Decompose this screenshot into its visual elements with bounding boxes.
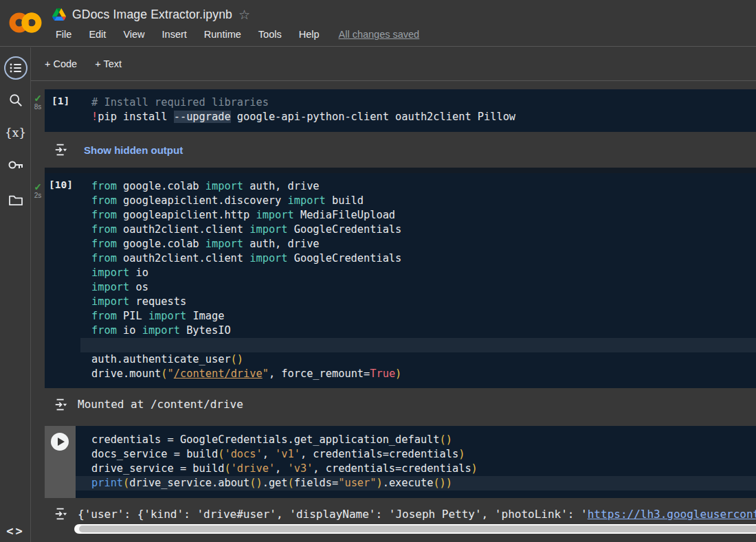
code-cell-3: credentials = GoogleCredentials.get_appl… <box>45 426 756 498</box>
output-icon[interactable] <box>54 506 69 521</box>
output-icon[interactable] <box>54 142 69 157</box>
output-text-segment: Mounted at /content/drive <box>78 398 243 411</box>
code-line[interactable]: from googleapiclient.http import MediaFi… <box>80 208 756 223</box>
output-text: {'user': {'kind': 'drive#user', 'display… <box>78 508 756 521</box>
success-check-icon: ✓ <box>31 182 45 192</box>
code-cell-1[interactable]: [1] # Install required libraries!pip ins… <box>45 89 756 132</box>
menu-item-view[interactable]: View <box>120 27 148 41</box>
output-text: Mounted at /content/drive <box>78 398 243 411</box>
code-line[interactable]: from google.colab import auth, drive <box>80 237 756 251</box>
menu-item-tools[interactable]: Tools <box>255 27 285 41</box>
code-cell-2[interactable]: [10] from google.colab import auth, driv… <box>45 173 756 388</box>
output-text-segment: {'user': {'kind': 'drive#user', 'display… <box>78 508 588 521</box>
menu-item-runtime[interactable]: Runtime <box>201 27 245 41</box>
header: GDocs Image Extractor.ipynb ☆ FileEditVi… <box>0 0 756 47</box>
code-line[interactable]: from googleapiclient.discovery import bu… <box>80 194 756 208</box>
code-line[interactable]: drive_service = build('drive', 'v3', cre… <box>76 462 756 476</box>
add-code-button[interactable]: + Code <box>45 58 77 69</box>
code-line[interactable]: import io <box>80 266 756 280</box>
menu-item-help[interactable]: Help <box>296 27 323 41</box>
code-line[interactable]: from oauth2client.client import GoogleCr… <box>80 223 756 237</box>
code-line[interactable] <box>80 338 756 352</box>
menu-item-insert[interactable]: Insert <box>159 27 190 41</box>
code-line[interactable]: auth.authenticate_user() <box>80 352 756 367</box>
secrets-key-icon[interactable] <box>0 159 31 170</box>
notebook-area: + Code + Text ✓ 8s [1] # Install require… <box>31 47 756 542</box>
cell2-output: Mounted at /content/drive <box>45 388 756 420</box>
code-line[interactable]: credentials = GoogleCredentials.get_appl… <box>76 433 756 447</box>
horizontal-scrollbar <box>74 524 756 534</box>
menubar: FileEditViewInsertRuntimeToolsHelp All c… <box>52 27 419 41</box>
star-icon[interactable]: ☆ <box>238 8 250 21</box>
variables-icon[interactable]: {x} <box>0 126 31 139</box>
menu-item-file[interactable]: File <box>52 27 75 41</box>
execution-count: [1] <box>52 95 69 106</box>
search-icon[interactable] <box>0 93 31 108</box>
cell2-duration: 2s <box>31 192 45 200</box>
save-status[interactable]: All changes saved <box>339 29 420 40</box>
output-link[interactable]: https://lh3.googleusercontent <box>588 508 756 521</box>
code-line[interactable]: docs_service = build('docs', 'v1', crede… <box>76 447 756 462</box>
code-line[interactable]: from PIL import Image <box>80 309 756 324</box>
colab-app: GDocs Image Extractor.ipynb ☆ FileEditVi… <box>0 0 756 542</box>
success-check-icon: ✓ <box>31 93 45 103</box>
cell1-duration: 8s <box>31 103 45 111</box>
code-line[interactable]: # Install required libraries <box>80 95 756 110</box>
menu-item-edit[interactable]: Edit <box>85 27 109 41</box>
cell1-output: Show hidden output <box>45 132 756 168</box>
colab-logo-icon[interactable] <box>8 11 43 34</box>
files-folder-icon[interactable] <box>0 194 31 206</box>
code-line[interactable]: import requests <box>80 295 756 309</box>
code-line[interactable]: import os <box>80 280 756 295</box>
code-line[interactable]: !pip install --upgrade google-api-python… <box>80 110 756 124</box>
drive-icon <box>52 8 66 21</box>
code-line[interactable]: print(drive_service.about().get(fields="… <box>76 476 756 490</box>
horizontal-scrollbar-thumb[interactable] <box>79 526 756 532</box>
cell-divider <box>45 168 756 173</box>
cell2-status: ✓ 2s <box>31 182 45 200</box>
execution-count: [10] <box>49 179 73 190</box>
notebook-title[interactable]: GDocs Image Extractor.ipynb <box>72 8 232 22</box>
sidebar: {x} <> <box>0 47 31 542</box>
code-line[interactable]: from google.colab import auth, drive <box>80 179 756 194</box>
code-line[interactable]: from io import BytesIO <box>80 324 756 338</box>
add-text-button[interactable]: + Text <box>95 58 122 69</box>
output-icon[interactable] <box>54 397 69 412</box>
run-cell-button[interactable] <box>51 433 69 451</box>
table-of-contents-icon[interactable] <box>0 56 31 80</box>
show-hidden-output-link[interactable]: Show hidden output <box>84 144 183 156</box>
code-line[interactable]: drive.mount("/content/drive", force_remo… <box>80 367 756 381</box>
cell3-editor[interactable]: credentials = GoogleCredentials.get_appl… <box>76 426 756 498</box>
cell3-gutter <box>45 426 76 498</box>
cell1-status: ✓ 8s <box>31 93 45 111</box>
cell3-output: {'user': {'kind': 'drive#user', 'display… <box>45 505 756 523</box>
code-line[interactable]: from oauth2client.client import GoogleCr… <box>80 251 756 266</box>
cell-toolbar: + Code + Text <box>31 47 756 81</box>
menubar-items: FileEditViewInsertRuntimeToolsHelp <box>52 27 333 41</box>
code-snippets-icon[interactable]: <> <box>0 524 31 538</box>
play-icon <box>58 438 65 446</box>
